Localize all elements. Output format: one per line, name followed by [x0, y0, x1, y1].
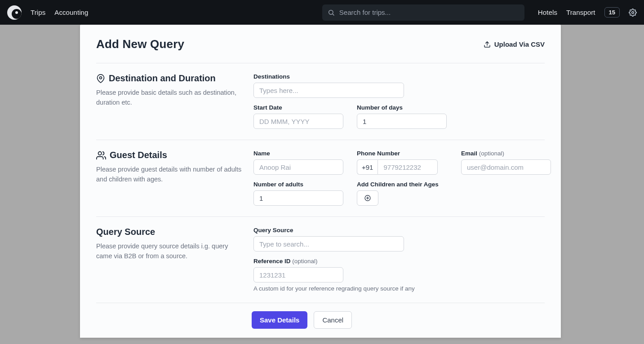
adults-label: Number of adults	[253, 181, 343, 188]
upload-csv-label: Upload Via CSV	[494, 40, 545, 48]
nav-accounting[interactable]: Accounting	[54, 9, 88, 16]
save-button[interactable]: Save Details	[252, 311, 307, 329]
guest-email-input[interactable]	[461, 159, 551, 175]
svg-point-4	[100, 76, 102, 79]
section-guest-desc: Please provide guest details with number…	[96, 165, 244, 185]
query-source-label: Query Source	[253, 227, 404, 234]
settings-icon[interactable]	[629, 9, 637, 17]
location-pin-icon	[96, 74, 105, 83]
panel-header: Add New Query Upload Via CSV	[96, 37, 545, 63]
topbar: Trips Accounting Hotels Transport 15	[0, 0, 644, 25]
phone-prefix[interactable]: +91	[357, 159, 378, 175]
add-child-button[interactable]	[357, 190, 378, 206]
guest-email-label: Email (optional)	[461, 150, 551, 157]
upload-icon	[484, 41, 491, 48]
svg-point-5	[98, 151, 102, 154]
nav-trips[interactable]: Trips	[31, 9, 45, 16]
section-destination-title: Destination and Duration	[109, 73, 216, 84]
guest-phone-input[interactable]	[378, 159, 438, 175]
start-date-label: Start Date	[253, 104, 343, 111]
nav-hotels[interactable]: Hotels	[538, 9, 557, 16]
guest-name-label: Name	[253, 150, 343, 157]
global-search[interactable]	[322, 4, 524, 21]
num-days-input[interactable]	[357, 114, 447, 129]
nav-left: Trips Accounting	[31, 9, 89, 16]
plus-circle-icon	[364, 194, 371, 202]
users-icon	[96, 150, 106, 160]
query-source-input[interactable]	[253, 236, 404, 251]
form-actions: Save Details Cancel	[96, 303, 545, 329]
destinations-input[interactable]	[253, 83, 404, 98]
children-label: Add Children and their Ages	[357, 181, 439, 188]
reference-id-label: Reference ID (optional)	[253, 258, 343, 265]
cancel-button[interactable]: Cancel	[314, 311, 352, 329]
search-icon	[328, 9, 335, 16]
notification-badge[interactable]: 15	[604, 7, 620, 18]
section-destination-desc: Please provide basic details such as des…	[96, 88, 244, 108]
section-guest: Guest Details Please provide guest detai…	[96, 140, 545, 217]
guest-name-input[interactable]	[253, 159, 343, 175]
global-search-input[interactable]	[339, 9, 519, 16]
app-logo[interactable]	[7, 5, 22, 20]
num-days-label: Number of days	[357, 104, 447, 111]
guest-phone-label: Phone Number	[357, 150, 436, 157]
svg-line-1	[333, 14, 334, 15]
section-source: Query Source Please provide query source…	[96, 217, 545, 303]
section-guest-title: Guest Details	[110, 150, 167, 160]
reference-id-help: A custom id for your reference regrading…	[253, 285, 545, 292]
nav-right: Hotels Transport 15	[538, 7, 637, 18]
destinations-label: Destinations	[253, 73, 404, 80]
nav-transport[interactable]: Transport	[566, 9, 595, 16]
section-destination: Destination and Duration Please provide …	[96, 63, 545, 140]
section-source-desc: Please provide query source details i.g.…	[96, 242, 244, 261]
start-date-input[interactable]	[253, 114, 343, 129]
page-title: Add New Query	[96, 37, 184, 51]
upload-csv-button[interactable]: Upload Via CSV	[484, 40, 545, 48]
section-source-title: Query Source	[96, 227, 155, 237]
svg-point-2	[632, 11, 634, 13]
adults-input[interactable]	[253, 190, 343, 206]
reference-id-input[interactable]	[253, 267, 343, 282]
main-panel: Add New Query Upload Via CSV Destination…	[80, 25, 561, 338]
